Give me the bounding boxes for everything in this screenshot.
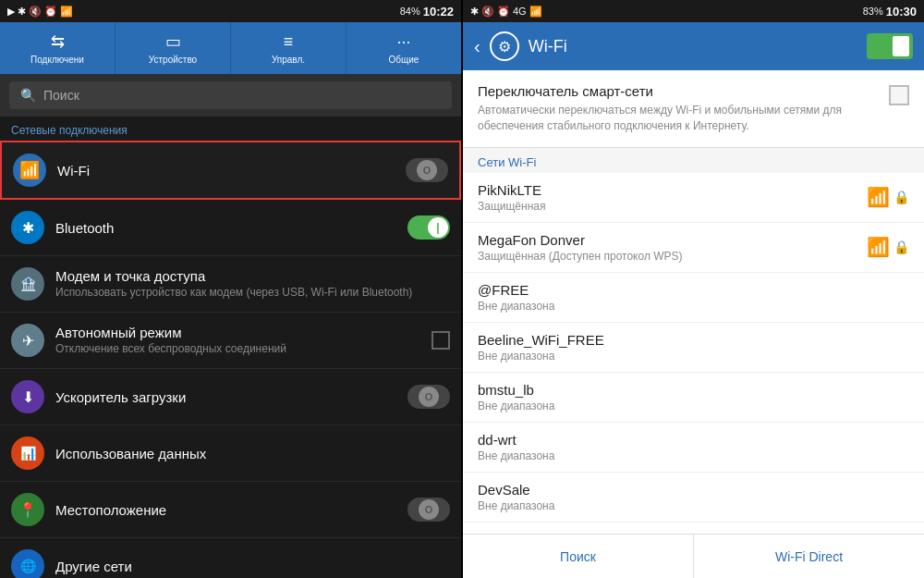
- modem-item-title: Модем и точка доступа: [55, 268, 450, 284]
- devsale-text: DevSale Вне диапазона: [478, 482, 909, 512]
- settings-item-other[interactable]: 🌐 Другие сети: [0, 538, 461, 578]
- settings-item-download[interactable]: ⬇ Ускоритель загрузки: [0, 369, 461, 425]
- airplane-symbol: ✈: [22, 332, 34, 350]
- location-item-icon: 📍: [11, 493, 44, 526]
- right-time: 10:30: [886, 5, 917, 18]
- left-status-left: ▶ ✱ 🔇 ⏰ 📶: [7, 6, 73, 18]
- tab-controls[interactable]: ≡ Управл.: [231, 22, 346, 74]
- download-item-icon: ⬇: [11, 380, 44, 413]
- bluetooth-symbol: ✱: [22, 219, 34, 237]
- settings-item-wifi[interactable]: 📶 Wi-Fi: [0, 141, 461, 200]
- tab-general-label: Общие: [389, 55, 419, 65]
- right-status-bar: ✱ 🔇 ⏰ 4G 📶 83% 10:30: [463, 0, 924, 22]
- modem-item-icon: 🏦: [11, 267, 44, 301]
- download-toggle[interactable]: [407, 385, 450, 409]
- tab-controls-label: Управл.: [272, 55, 305, 65]
- wifi-item-icon: 📶: [13, 154, 46, 187]
- piknik-status: Защищённая: [478, 200, 867, 213]
- free-status: Вне диапазона: [478, 300, 909, 313]
- left-time: 10:22: [423, 5, 454, 18]
- location-item-title: Местоположение: [55, 502, 407, 518]
- controls-icon: ≡: [284, 32, 294, 52]
- wifi-network-ddwrt[interactable]: dd-wrt Вне диапазона: [463, 423, 924, 473]
- wifi-item-text: Wi-Fi: [57, 163, 406, 178]
- airplane-item-subtitle: Отключение всех беспроводных соединений: [55, 342, 432, 357]
- wifi-network-bmstu[interactable]: bmstu_lb Вне диапазона: [463, 373, 924, 423]
- bluetooth-item-icon: ✱: [11, 211, 44, 244]
- wifi-direct-button[interactable]: Wi-Fi Direct: [694, 535, 924, 578]
- wifi-main-toggle[interactable]: [867, 33, 913, 59]
- smart-switch-card[interactable]: Переключатель смарт-сети Автоматически п…: [463, 70, 924, 148]
- settings-list: 📶 Wi-Fi ✱ Bluetooth 🏦 Модем и точка дост…: [0, 141, 461, 578]
- wifi-network-megafon[interactable]: MegaFon Donver Защищённая (Доступен прот…: [463, 223, 924, 273]
- airplane-checkbox[interactable]: [432, 331, 450, 350]
- search-input[interactable]: 🔍 Поиск: [9, 81, 452, 109]
- right-bt-icon: ✱: [470, 6, 479, 18]
- tab-bar: ⇆ Подключени ▭ Устройство ≡ Управл. ··· …: [0, 22, 461, 74]
- airplane-item-title: Автономный режим: [55, 325, 432, 340]
- tab-general[interactable]: ··· Общие: [346, 22, 461, 74]
- modem-item-subtitle: Использовать устройство как модем (через…: [55, 286, 450, 301]
- device-icon: ▭: [165, 31, 181, 52]
- wifi-section-header: Сети Wi-Fi: [463, 148, 924, 173]
- settings-item-location[interactable]: 📍 Местоположение: [0, 482, 461, 538]
- tab-device-label: Устройство: [149, 55, 197, 65]
- tab-connections[interactable]: ⇆ Подключени: [0, 22, 116, 74]
- data-item-title: Использование данных: [55, 446, 450, 461]
- signal-icon: 📶: [60, 6, 73, 18]
- wifi-network-beeline[interactable]: Beeline_WiFi_FREE Вне диапазона: [463, 323, 924, 373]
- other-item-icon: 🌐: [11, 549, 44, 578]
- megafon-signal-icon: 📶: [867, 236, 890, 258]
- left-panel: ▶ ✱ 🔇 ⏰ 📶 84% 10:22 ⇆ Подключени ▭ Устро…: [0, 0, 461, 578]
- connections-icon: ⇆: [51, 31, 65, 52]
- settings-item-modem[interactable]: 🏦 Модем и точка доступа Использовать уст…: [0, 256, 461, 313]
- location-toggle[interactable]: [407, 498, 450, 522]
- download-item-text: Ускоритель загрузки: [55, 389, 407, 405]
- location-item-text: Местоположение: [55, 502, 407, 518]
- megafon-text: MegaFon Donver Защищённая (Доступен прот…: [478, 232, 867, 263]
- data-item-text: Использование данных: [55, 446, 450, 461]
- settings-item-data[interactable]: 📊 Использование данных: [0, 425, 461, 482]
- wifi-network-free[interactable]: @FREE Вне диапазона: [463, 273, 924, 323]
- free-name: @FREE: [478, 282, 909, 298]
- download-item-title: Ускоритель загрузки: [55, 389, 407, 405]
- bmstu-name: bmstu_lb: [478, 382, 909, 398]
- right-mute-icon: 🔇: [481, 6, 494, 18]
- megafon-status: Защищённая (Доступен протокол WPS): [478, 250, 867, 263]
- tab-connections-label: Подключени: [30, 55, 84, 65]
- wifi-network-piknik[interactable]: PikNikLTE Защищённая 📶 🔒: [463, 173, 924, 223]
- right-panel: ✱ 🔇 ⏰ 4G 📶 83% 10:30 ‹ ⚙ Wi-Fi Переключа…: [463, 0, 924, 578]
- beeline-text: Beeline_WiFi_FREE Вне диапазона: [478, 332, 909, 363]
- piknik-name: PikNikLTE: [478, 182, 867, 198]
- play-icon: ▶: [7, 6, 15, 18]
- wifi-network-devsale[interactable]: DevSale Вне диапазона: [463, 473, 924, 523]
- settings-item-airplane[interactable]: ✈ Автономный режим Отключение всех беспр…: [0, 313, 461, 369]
- search-networks-button[interactable]: Поиск: [463, 535, 694, 578]
- other-item-text: Другие сети: [55, 559, 450, 574]
- airplane-item-icon: ✈: [11, 324, 44, 357]
- smart-switch-checkbox[interactable]: [889, 85, 909, 105]
- battery-pct: 84%: [400, 6, 420, 17]
- search-icon: 🔍: [20, 88, 36, 103]
- right-battery: 83%: [863, 6, 883, 17]
- smart-switch-desc: Автоматически переключаться между Wi-Fi …: [478, 103, 878, 134]
- bt-icon: ✱: [18, 6, 26, 18]
- megafon-lock-icon: 🔒: [894, 240, 909, 254]
- data-symbol: 📊: [20, 446, 36, 461]
- settings-gear-icon[interactable]: ⚙: [490, 31, 519, 61]
- piknik-text: PikNikLTE Защищённая: [478, 182, 867, 213]
- tab-device[interactable]: ▭ Устройство: [116, 22, 231, 74]
- piknik-signal-icon: 📶: [867, 186, 890, 208]
- devsale-name: DevSale: [478, 482, 909, 498]
- mute-icon: 🔇: [29, 6, 42, 18]
- bluetooth-toggle[interactable]: [407, 215, 450, 240]
- right-signal-icon: 📶: [529, 6, 542, 18]
- beeline-name: Beeline_WiFi_FREE: [478, 332, 909, 348]
- wifi-toggle[interactable]: [406, 158, 448, 182]
- left-status-bar: ▶ ✱ 🔇 ⏰ 📶 84% 10:22: [0, 0, 461, 22]
- other-symbol: 🌐: [20, 559, 36, 573]
- settings-item-bluetooth[interactable]: ✱ Bluetooth: [0, 200, 461, 256]
- right-4g-icon: 4G: [513, 6, 527, 17]
- modem-symbol: 🏦: [20, 277, 36, 291]
- back-button[interactable]: ‹: [474, 36, 480, 57]
